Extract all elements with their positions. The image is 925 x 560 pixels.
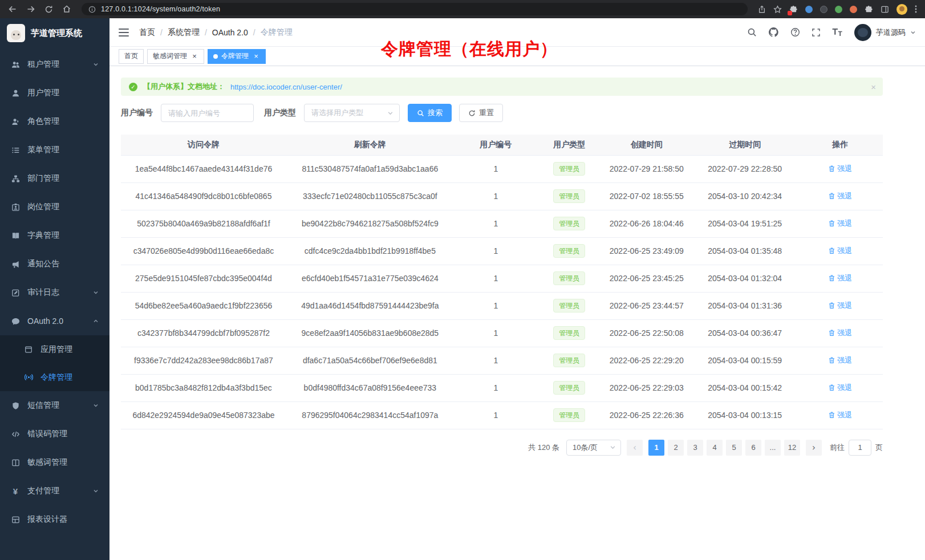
user-id-cell: 1 [454, 155, 538, 182]
browser-profile-avatar[interactable] [896, 4, 907, 15]
user-type-badge: 管理员 [553, 381, 585, 395]
prev-page-button[interactable]: ‹ [627, 440, 643, 456]
sidebar-item-menu[interactable]: 菜单管理 [0, 136, 109, 164]
table-row: c347026e805e4d99b0d116eae66eda8c cdfc4ce… [121, 237, 883, 265]
page-button-4[interactable]: 4 [707, 440, 723, 456]
breadcrumb-item[interactable]: OAuth 2.0 [212, 28, 248, 37]
user-type-badge: 管理员 [553, 217, 585, 230]
sidebar-item-role[interactable]: 角色管理 [0, 107, 109, 136]
expire-time-cell: 2054-03-04 19:51:25 [692, 210, 797, 237]
sidebar-panel-icon[interactable] [881, 5, 889, 14]
browser-home-button[interactable] [62, 5, 71, 14]
user-icon [11, 89, 20, 98]
url-text: 127.0.0.1:1024/system/oauth2/token [101, 5, 220, 13]
sidebar-item-oauth2-app[interactable]: 应用管理 [0, 335, 109, 363]
sidebar-item-sms[interactable]: 短信管理 [0, 391, 109, 420]
sidebar-item-report-designer[interactable]: 报表设计器 [0, 505, 109, 534]
sidebar-item-oauth2[interactable]: OAuth 2.0 [0, 307, 109, 335]
font-size-icon[interactable] [832, 28, 843, 36]
tab-敏感词管理[interactable]: 敏感词管理× [147, 49, 204, 64]
sidebar-item-label: 字典管理 [27, 230, 99, 241]
tab-令牌管理[interactable]: 令牌管理× [208, 49, 266, 64]
tab-close-icon[interactable]: × [252, 52, 260, 60]
address-bar[interactable]: 127.0.0.1:1024/system/oauth2/token [82, 3, 748, 15]
force-logout-button[interactable]: 强退 [828, 191, 852, 201]
user-id-cell: 1 [454, 237, 538, 265]
alert-close-icon[interactable]: × [871, 83, 876, 91]
page-button-3[interactable]: 3 [687, 440, 703, 456]
user-type-badge: 管理员 [553, 162, 585, 176]
force-logout-button[interactable]: 强退 [828, 273, 852, 283]
user-id-input[interactable] [161, 104, 254, 122]
sidebar-item-tenant[interactable]: 租户管理 [0, 50, 109, 79]
app-logo[interactable]: 芋道管理系统 [0, 18, 109, 48]
extension-green-icon[interactable] [835, 6, 842, 13]
user-type-select[interactable]: 请选择用户类型 [304, 104, 400, 122]
created-time-cell: 2022-07-02 18:55:55 [601, 182, 692, 210]
alert-label: 【用户体系】文档地址： [143, 82, 225, 92]
extension-orange-icon[interactable] [850, 6, 857, 13]
sidebar-collapse-icon[interactable] [119, 29, 129, 36]
goto-label: 前往 [830, 443, 845, 453]
share-icon[interactable] [758, 5, 766, 14]
sidebar-item-sensitive-word[interactable]: 敏感词管理 [0, 448, 109, 477]
sidebar-item-dict[interactable]: 字典管理 [0, 221, 109, 250]
delete-icon [828, 384, 835, 391]
sidebar-item-post[interactable]: 岗位管理 [0, 193, 109, 221]
user-type-label: 用户类型 [264, 108, 296, 118]
breadcrumb-item[interactable]: 首页 [139, 27, 155, 38]
browser-refresh-button[interactable] [44, 5, 53, 14]
help-icon[interactable] [790, 27, 800, 37]
bookmark-star-icon[interactable] [773, 5, 782, 14]
sidebar-item-oauth2-token[interactable]: 令牌管理 [0, 363, 109, 391]
page-button-12[interactable]: 12 [784, 440, 800, 456]
shield-icon [11, 401, 20, 410]
force-logout-button[interactable]: 强退 [828, 410, 852, 420]
goto-unit-label: 页 [875, 443, 883, 453]
force-logout-button[interactable]: 强退 [828, 301, 852, 311]
next-page-button[interactable]: › [806, 440, 822, 456]
extension-badged-icon[interactable] [789, 5, 798, 14]
sidebar-item-user[interactable]: 用户管理 [0, 79, 109, 107]
browser-nav-buttons [6, 5, 71, 14]
browser-forward-button[interactable] [26, 5, 35, 14]
browser-back-button[interactable] [8, 5, 17, 14]
extension-dark-icon[interactable] [820, 6, 827, 13]
force-logout-button[interactable]: 强退 [828, 383, 852, 393]
fullscreen-icon[interactable] [812, 28, 821, 37]
page-size-select[interactable]: 10条/页 [566, 440, 621, 456]
table-row: c342377bf8b344799dcbf7bf095287f2 9ce8ef2… [121, 319, 883, 347]
sidebar-item-error-code[interactable]: 错误码管理 [0, 420, 109, 448]
page-ellipsis[interactable]: ... [765, 440, 781, 456]
page-button-6[interactable]: 6 [745, 440, 761, 456]
reset-button[interactable]: 重置 [459, 104, 503, 122]
page-button-5[interactable]: 5 [726, 440, 742, 456]
page-button-1[interactable]: 1 [648, 440, 664, 456]
extension-blue-icon[interactable] [805, 6, 813, 13]
force-logout-button[interactable]: 强退 [828, 246, 852, 256]
site-info-icon[interactable] [88, 6, 96, 13]
page-button-2[interactable]: 2 [668, 440, 684, 456]
force-logout-button[interactable]: 强退 [828, 355, 852, 366]
user-avatar [854, 24, 871, 41]
search-button[interactable]: 搜索 [408, 104, 452, 122]
breadcrumb-item: 令牌管理 [261, 27, 293, 38]
alert-doc-link[interactable]: https://doc.iocoder.cn/user-center/ [230, 83, 342, 91]
sidebar-item-dept[interactable]: 部门管理 [0, 164, 109, 193]
breadcrumb-item[interactable]: 系统管理 [168, 27, 200, 38]
goto-page-input[interactable] [849, 440, 871, 456]
sidebar-item-label: 部门管理 [27, 173, 99, 184]
tab-close-icon[interactable]: × [190, 52, 198, 60]
extensions-puzzle-icon[interactable] [865, 5, 873, 14]
user-menu[interactable]: 芋道源码 [854, 24, 916, 41]
force-logout-button[interactable]: 强退 [828, 328, 852, 338]
force-logout-button[interactable]: 强退 [828, 164, 852, 174]
github-icon[interactable] [768, 27, 779, 38]
browser-menu-icon[interactable] [915, 5, 917, 14]
sidebar-item-notice[interactable]: 通知公告 [0, 250, 109, 278]
force-logout-button[interactable]: 强退 [828, 218, 852, 229]
search-icon[interactable] [747, 27, 757, 37]
sidebar-item-pay[interactable]: ¥ 支付管理 [0, 477, 109, 505]
tab-首页[interactable]: 首页 [119, 49, 144, 64]
sidebar-item-audit-log[interactable]: 审计日志 [0, 278, 109, 307]
